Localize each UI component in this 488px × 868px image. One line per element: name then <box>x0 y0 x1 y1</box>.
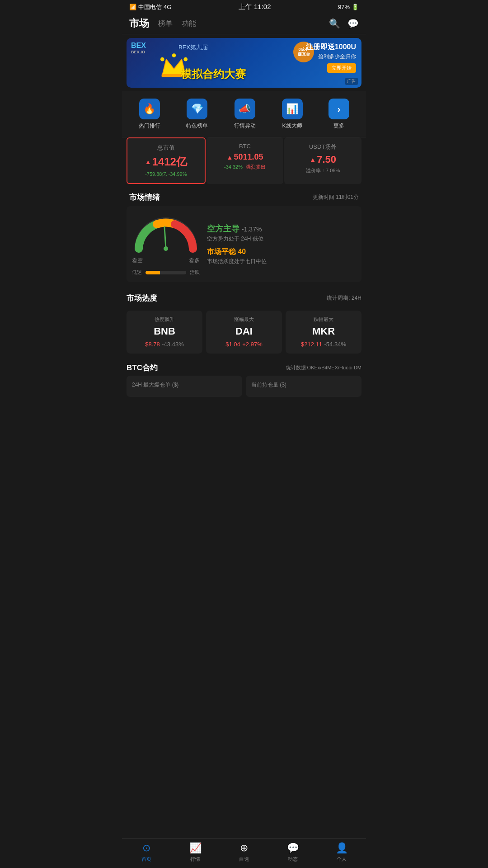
gauge-bull-label: 看多 <box>189 257 200 264</box>
hotness-card-bnb[interactable]: 热度飙升 BNB $8.78 -43.43% <box>127 311 202 354</box>
hotness-period: 统计周期: 24H <box>327 294 361 302</box>
banner-start-btn[interactable]: 立即开始 <box>327 63 356 73</box>
banner-main-text: 模拟合约大赛 <box>181 67 246 81</box>
usdt-up-arrow: ▲ <box>310 156 316 163</box>
hotness-header: 市场热度 统计周期: 24H <box>127 287 361 307</box>
battery-icon: 🔋 <box>352 4 359 10</box>
gauge-labels: 看空 看多 <box>132 257 200 264</box>
sentiment-section-header: 市场情绪 更新时间 11时01分 <box>122 186 366 206</box>
gauge-svg <box>132 212 200 253</box>
total-market-cap-value: ▲ 1412亿 <box>132 155 200 169</box>
sentiment-section: 看空 看多 低迷 活跃 空方主导 -1.37% 空方势力处于 24H 低位 市场… <box>127 206 361 282</box>
top-nav: 市场 榜单 功能 🔍 💬 <box>122 13 366 34</box>
sentiment-inner: 看空 看多 低迷 活跃 空方主导 -1.37% 空方势力处于 24H 低位 市场… <box>132 212 356 276</box>
icon-row: 🔥 热门排行 💎 特色榜单 📣 行情异动 📊 K线大师 › 更多 <box>122 91 366 137</box>
market-card-total[interactable]: 总市值 ▲ 1412亿 -759.88亿 -34.99% <box>127 137 206 184</box>
btc-change: -34.32% 强烈卖出 <box>211 164 279 170</box>
mkr-coin: MKR <box>289 326 358 337</box>
sentiment-update-time: 更新时间 11时01分 <box>313 193 359 201</box>
icon-kline[interactable]: 📊 K线大师 <box>282 99 303 130</box>
btc-price-value: ▲ 5011.05 <box>211 152 279 162</box>
banner-ad[interactable]: BEX BEK.IO 模拟合约大赛 BEX第九届 0成本赚真金 注册即送1000… <box>127 38 361 88</box>
banner-event: BEX第九届 <box>178 43 208 52</box>
banner-logo: BEX BEK.IO <box>131 42 146 54</box>
hotness-card-mkr[interactable]: 跌幅最大 MKR $212.11 -54.34% <box>286 311 361 354</box>
total-market-sub: -759.88亿 -34.99% <box>132 171 200 178</box>
btc-col-liquidation: 24H 最大爆仓单 ($) <box>127 376 242 397</box>
btc-contract-section: BTC合约 统计数据:OKEx/BitMEX/Huobi DM 24H 最大爆仓… <box>122 358 366 397</box>
svg-line-5 <box>164 227 166 249</box>
market-card-btc[interactable]: BTC ▲ 5011.05 -34.32% 强烈卖出 <box>206 137 284 184</box>
megaphone-icon: 📣 <box>235 99 255 119</box>
icon-hot-ranking[interactable]: 🔥 热门排行 <box>139 99 160 130</box>
btc-price-label: BTC <box>211 143 279 150</box>
bear-label: 空方主导 <box>207 224 239 233</box>
status-carrier: 📶 中国电信 4G <box>129 3 171 11</box>
sentiment-gauge: 看空 看多 低迷 活跃 <box>132 212 200 276</box>
usdt-value: ▲ 7.50 <box>289 154 357 165</box>
hotness-title: 市场热度 <box>127 293 157 303</box>
bnb-sub: 热度飙升 <box>130 316 199 323</box>
market-summary-cards: 总市值 ▲ 1412亿 -759.88亿 -34.99% BTC ▲ 5011.… <box>122 137 366 184</box>
more-icon: › <box>328 99 349 119</box>
sentiment-right-info: 空方主导 -1.37% 空方势力处于 24H 低位 市场平稳 40 市场活跃度处… <box>207 223 356 265</box>
icon-market-move[interactable]: 📣 行情异动 <box>234 99 256 130</box>
btc-col-position: 当前持仓量 ($) <box>246 376 361 397</box>
svg-point-2 <box>172 53 176 57</box>
signal-icon: 📶 <box>129 4 136 10</box>
status-battery: 97% 🔋 <box>338 4 359 10</box>
banner-right-info: 注册即送1000U 盈利多少全归你 立即开始 <box>306 42 356 73</box>
dai-coin: DAI <box>210 326 278 337</box>
diamond-icon: 💎 <box>187 99 207 119</box>
mkr-price-change: $212.11 -54.34% <box>289 340 358 348</box>
bear-desc: 空方势力处于 24H 低位 <box>207 235 356 243</box>
btc-contract-cols: 24H 最大爆仓单 ($) 当前持仓量 ($) <box>127 376 361 397</box>
btc-up-arrow: ▲ <box>227 154 233 161</box>
activity-low-label: 低迷 <box>132 269 142 276</box>
banner-ad-label: 广告 <box>345 78 358 85</box>
svg-point-6 <box>164 246 168 251</box>
sentiment-title: 市场情绪 <box>129 192 160 203</box>
dai-price-change: $1.04 +2.97% <box>210 340 278 348</box>
market-stable-desc: 市场活跃度处于七日中位 <box>207 258 356 265</box>
btc-contract-source: 统计数据:OKEx/BitMEX/Huobi DM <box>286 364 361 371</box>
gauge-bear-label: 看空 <box>132 257 143 264</box>
nav-icon-group: 🔍 💬 <box>329 18 359 29</box>
activity-row: 低迷 活跃 <box>132 269 200 276</box>
market-card-usdt[interactable]: USDT场外 ▲ 7.50 溢价率：7.06% <box>284 137 361 184</box>
activity-high-label: 活跃 <box>190 269 200 276</box>
status-bar: 📶 中国电信 4G 上午 11:02 97% 🔋 <box>122 0 366 13</box>
message-icon[interactable]: 💬 <box>347 18 359 29</box>
btc-liquidation-label: 24H 最大爆仓单 ($) <box>132 381 237 389</box>
icon-featured[interactable]: 💎 特色榜单 <box>186 99 208 130</box>
bnb-price-change: $8.78 -43.43% <box>130 340 199 348</box>
icon-more[interactable]: › 更多 <box>328 99 349 130</box>
search-icon[interactable]: 🔍 <box>329 18 340 29</box>
nav-ranking[interactable]: 榜单 <box>158 19 173 28</box>
page-title: 市场 <box>129 17 149 30</box>
btc-position-label: 当前持仓量 ($) <box>251 381 356 389</box>
svg-point-3 <box>183 57 188 61</box>
btc-contract-title: BTC合约 <box>127 363 158 373</box>
btc-signal: 强烈卖出 <box>246 164 266 170</box>
total-market-cap-label: 总市值 <box>132 144 200 152</box>
usdt-label: USDT场外 <box>289 143 357 151</box>
dai-sub: 涨幅最大 <box>210 316 278 323</box>
market-stable: 市场平稳 40 <box>207 247 356 257</box>
btc-contract-header: BTC合约 统计数据:OKEx/BitMEX/Huobi DM <box>127 358 361 376</box>
bear-dominant: 空方主导 -1.37% <box>207 223 356 234</box>
usdt-premium: 溢价率：7.06% <box>289 167 357 174</box>
bear-pct: -1.37% <box>242 226 262 233</box>
bnb-coin: BNB <box>130 326 199 337</box>
svg-point-1 <box>160 57 164 61</box>
activity-bar <box>145 271 186 274</box>
hotness-section: 市场热度 统计周期: 24H 热度飙升 BNB $8.78 -43.43% 涨幅… <box>122 287 366 358</box>
hot-icon: 🔥 <box>139 99 160 119</box>
status-time: 上午 11:02 <box>239 3 271 11</box>
hotness-cards: 热度飙升 BNB $8.78 -43.43% 涨幅最大 DAI $1.04 +2… <box>127 311 361 354</box>
nav-function[interactable]: 功能 <box>182 19 196 28</box>
mkr-sub: 跌幅最大 <box>289 316 358 323</box>
chart-icon: 📊 <box>282 99 303 119</box>
total-up-arrow: ▲ <box>145 158 151 165</box>
hotness-card-dai[interactable]: 涨幅最大 DAI $1.04 +2.97% <box>206 311 282 354</box>
